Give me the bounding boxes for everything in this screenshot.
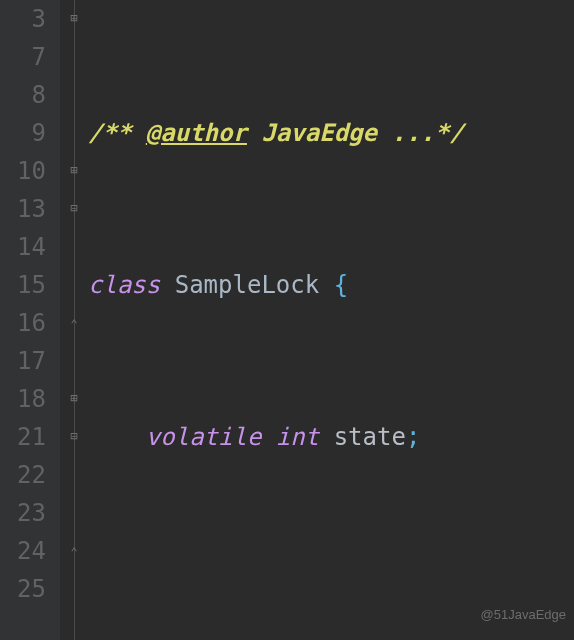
field-name: state <box>334 423 406 451</box>
semicolon: ; <box>406 423 420 451</box>
code-line[interactable]: /** @author JavaEdge ...*/ <box>88 114 574 152</box>
fold-expand-icon[interactable]: ⊞ <box>67 164 81 178</box>
line-number: 7 <box>0 38 46 76</box>
keyword: volatile int <box>146 423 334 451</box>
line-number-gutter: 3 7 8 9 10 13 14 15 16 17 18 21 22 23 24… <box>0 0 60 640</box>
fold-end-icon: ⌃ <box>67 318 81 332</box>
keyword: class <box>88 271 175 299</box>
class-name: SampleLock <box>175 271 320 299</box>
line-number: 25 <box>0 570 46 608</box>
code-line[interactable]: class SampleLock { <box>88 266 574 304</box>
line-number: 3 <box>0 0 46 38</box>
code-editor[interactable]: 3 7 8 9 10 13 14 15 16 17 18 21 22 23 24… <box>0 0 574 640</box>
line-number: 23 <box>0 494 46 532</box>
line-number: 14 <box>0 228 46 266</box>
watermark-text: @51JavaEdge <box>481 596 566 634</box>
code-line[interactable]: volatile int state; <box>88 418 574 456</box>
line-number: 16 <box>0 304 46 342</box>
line-number: 18 <box>0 380 46 418</box>
code-area[interactable]: /** @author JavaEdge ...*/ class SampleL… <box>88 0 574 640</box>
fold-expand-icon[interactable]: ⊞ <box>67 12 81 26</box>
line-number: 9 <box>0 114 46 152</box>
line-number: 24 <box>0 532 46 570</box>
fold-gutter: ⊞ ⊞ ⊟ ⌃ ⊞ ⊟ ⌃ <box>60 0 88 640</box>
brace: { <box>319 271 348 299</box>
fold-collapse-icon[interactable]: ⊟ <box>67 430 81 444</box>
fold-collapse-icon[interactable]: ⊟ <box>67 202 81 216</box>
fold-expand-icon[interactable]: ⊞ <box>67 392 81 406</box>
line-number: 15 <box>0 266 46 304</box>
line-number: 8 <box>0 76 46 114</box>
doc-comment: /** <box>88 119 146 147</box>
line-number: 17 <box>0 342 46 380</box>
line-number: 10 <box>0 152 46 190</box>
doc-comment: JavaEdge ...*/ <box>247 119 464 147</box>
line-number: 13 <box>0 190 46 228</box>
line-number: 22 <box>0 456 46 494</box>
line-number: 21 <box>0 418 46 456</box>
fold-end-icon: ⌃ <box>67 546 81 560</box>
doc-tag: @author <box>146 119 247 147</box>
